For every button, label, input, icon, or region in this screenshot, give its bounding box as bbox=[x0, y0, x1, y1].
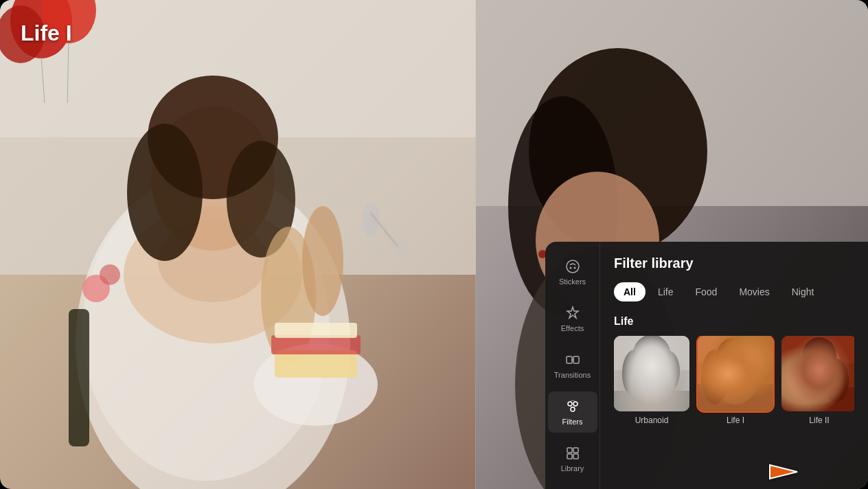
svg-rect-29 bbox=[69, 309, 89, 446]
thumbnail-life2-img bbox=[781, 336, 854, 411]
sidebar-item-transitions[interactable]: Transitions bbox=[548, 345, 597, 386]
svg-rect-46 bbox=[567, 448, 572, 453]
sidebar-effects-label: Effects bbox=[561, 324, 584, 332]
svg-point-22 bbox=[396, 242, 407, 259]
tab-movies[interactable]: Movies bbox=[729, 282, 779, 302]
svg-rect-49 bbox=[573, 454, 578, 459]
svg-point-43 bbox=[568, 402, 572, 406]
svg-point-68 bbox=[802, 337, 836, 376]
svg-rect-50 bbox=[614, 336, 689, 411]
sidebar-library-label: Library bbox=[561, 464, 584, 473]
thumbnails-row: Urbanoid bbox=[614, 336, 854, 425]
svg-rect-47 bbox=[573, 448, 578, 453]
photo-title: Life I bbox=[21, 21, 72, 46]
svg-rect-70 bbox=[781, 387, 854, 411]
library-icon bbox=[564, 445, 581, 462]
svg-rect-57 bbox=[698, 336, 773, 411]
thumbnail-urbanoid[interactable]: Urbanoid bbox=[614, 336, 689, 425]
sidebar-transitions-label: Transitions bbox=[554, 371, 591, 379]
svg-point-52 bbox=[628, 341, 676, 399]
tab-food[interactable]: Food bbox=[685, 282, 727, 302]
svg-point-28 bbox=[100, 264, 120, 285]
svg-rect-58 bbox=[698, 336, 773, 363]
svg-point-40 bbox=[573, 267, 575, 269]
filter-tabs: All Life Food Movies Night bbox=[614, 282, 854, 302]
sidebar-item-filters[interactable]: Filters bbox=[548, 391, 597, 433]
thumbnail-urbanoid-img bbox=[614, 336, 689, 411]
svg-point-19 bbox=[302, 206, 343, 316]
svg-point-60 bbox=[716, 337, 755, 376]
svg-rect-66 bbox=[781, 336, 854, 363]
svg-point-63 bbox=[746, 363, 766, 384]
svg-rect-48 bbox=[567, 454, 572, 459]
svg-point-64 bbox=[746, 360, 760, 374]
svg-point-45 bbox=[571, 407, 575, 411]
svg-point-39 bbox=[569, 267, 571, 269]
sidebar-item-library[interactable]: Library bbox=[548, 438, 597, 479]
svg-point-54 bbox=[622, 350, 647, 398]
panel-title: Filter library bbox=[614, 255, 854, 271]
thumbnail-life2-label: Life II bbox=[809, 416, 829, 425]
transitions-icon bbox=[564, 352, 581, 368]
tab-all[interactable]: All bbox=[614, 282, 646, 302]
svg-rect-41 bbox=[567, 356, 572, 363]
svg-rect-56 bbox=[614, 391, 689, 411]
svg-rect-25 bbox=[271, 335, 361, 354]
stickers-icon bbox=[564, 258, 581, 275]
sidebar-filters-label: Filters bbox=[562, 418, 583, 426]
tab-night[interactable]: Night bbox=[782, 282, 824, 302]
svg-point-55 bbox=[658, 351, 680, 392]
effects-icon bbox=[564, 305, 581, 321]
svg-rect-65 bbox=[781, 336, 854, 411]
section-title-life: Life bbox=[614, 315, 854, 328]
sidebar: Stickers Effects bbox=[545, 242, 600, 489]
svg-marker-71 bbox=[770, 465, 797, 479]
filter-main-panel: Filter library All Life Food Movies Nigh… bbox=[600, 242, 868, 489]
thumbnail-life1-label: Life I bbox=[727, 416, 744, 425]
svg-point-53 bbox=[632, 336, 671, 378]
thumbnail-life2[interactable]: Life II bbox=[781, 336, 854, 425]
svg-rect-42 bbox=[573, 356, 579, 363]
svg-point-61 bbox=[701, 350, 729, 405]
svg-rect-51 bbox=[614, 336, 689, 370]
sidebar-item-effects[interactable]: Effects bbox=[548, 298, 597, 339]
thumbnail-urbanoid-label: Urbanoid bbox=[635, 416, 669, 425]
svg-point-16 bbox=[127, 124, 203, 261]
svg-point-67 bbox=[795, 343, 843, 405]
svg-point-69 bbox=[824, 359, 849, 402]
filters-icon bbox=[564, 398, 581, 415]
sidebar-item-stickers[interactable]: Stickers bbox=[548, 251, 597, 293]
svg-rect-26 bbox=[275, 323, 357, 338]
svg-rect-62 bbox=[698, 384, 773, 411]
thumbnail-life1[interactable]: Life I bbox=[698, 336, 773, 425]
tab-life[interactable]: Life bbox=[648, 282, 683, 302]
svg-point-44 bbox=[573, 402, 578, 406]
main-container: Life I Stickers bbox=[0, 0, 868, 489]
svg-point-38 bbox=[567, 260, 579, 273]
svg-point-59 bbox=[711, 343, 760, 405]
thumbnail-life1-img bbox=[698, 336, 773, 411]
filter-panel: Stickers Effects bbox=[545, 242, 868, 489]
sidebar-stickers-label: Stickers bbox=[559, 277, 586, 286]
